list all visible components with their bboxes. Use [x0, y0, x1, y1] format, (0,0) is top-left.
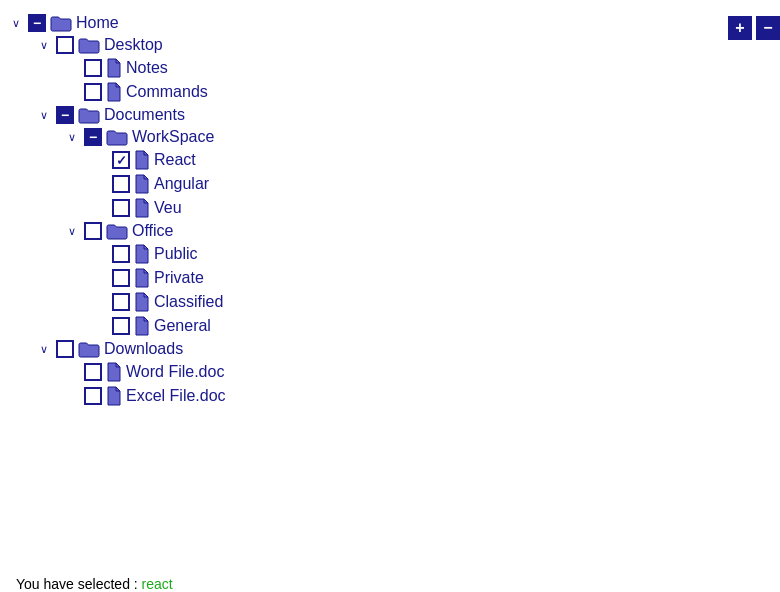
checkbox[interactable] — [84, 363, 102, 381]
node-row[interactable]: ∨ Documents — [36, 104, 780, 126]
status-value: react — [142, 576, 173, 592]
children-container: React Angular Veu — [64, 148, 780, 220]
checkbox[interactable] — [112, 317, 130, 335]
checkbox[interactable] — [84, 83, 102, 101]
tree-node: ∨ Home∨ Desktop Notes Commands∨ Document… — [8, 12, 780, 408]
checkbox[interactable] — [56, 340, 74, 358]
node-row[interactable]: ∨ WorkSpace — [64, 126, 780, 148]
file-icon — [134, 150, 150, 170]
checkbox[interactable] — [112, 175, 130, 193]
file-tree: ∨ Home∨ Desktop Notes Commands∨ Document… — [8, 8, 780, 412]
tree-node: Veu — [92, 196, 780, 220]
tree-node: Commands — [64, 80, 780, 104]
tree-node: Public — [92, 242, 780, 266]
node-row[interactable]: Veu — [92, 196, 780, 220]
node-label: Public — [154, 245, 198, 263]
file-icon — [134, 268, 150, 288]
checkbox[interactable] — [112, 245, 130, 263]
checkbox[interactable] — [112, 269, 130, 287]
node-row[interactable]: ∨ Downloads — [36, 338, 780, 360]
node-row[interactable]: ∨ Desktop — [36, 34, 780, 56]
folder-icon — [106, 223, 128, 240]
checkbox[interactable] — [84, 128, 102, 146]
file-icon — [134, 174, 150, 194]
node-row[interactable]: ∨ Home — [8, 12, 780, 34]
node-row[interactable]: Private — [92, 266, 780, 290]
chevron-down-icon[interactable]: ∨ — [36, 341, 52, 357]
node-label: Angular — [154, 175, 209, 193]
node-label: Office — [132, 222, 174, 240]
tree-node: Excel File.doc — [64, 384, 780, 408]
file-icon — [106, 386, 122, 406]
node-row[interactable]: React — [92, 148, 780, 172]
node-label: Classified — [154, 293, 223, 311]
tree-node: ∨ Downloads Word File.doc Excel File.doc — [36, 338, 780, 408]
node-row[interactable]: Public — [92, 242, 780, 266]
folder-icon — [78, 37, 100, 54]
file-icon — [134, 244, 150, 264]
node-label: React — [154, 151, 196, 169]
chevron-down-icon[interactable]: ∨ — [8, 15, 24, 31]
children-container: Notes Commands — [36, 56, 780, 104]
children-container: Word File.doc Excel File.doc — [36, 360, 780, 408]
tree-node: ∨ Desktop Notes Commands — [36, 34, 780, 104]
node-label: Desktop — [104, 36, 163, 54]
file-icon — [106, 82, 122, 102]
page-wrapper: + − ∨ Home∨ Desktop Notes Commands∨ Docu… — [8, 8, 780, 592]
tree-node: ∨ Office Public Private Classified Gener… — [64, 220, 780, 338]
checkbox[interactable] — [28, 14, 46, 32]
node-label: WorkSpace — [132, 128, 214, 146]
tree-node: Word File.doc — [64, 360, 780, 384]
checkbox[interactable] — [112, 293, 130, 311]
children-container: ∨ Desktop Notes Commands∨ Documents∨ Wor… — [8, 34, 780, 408]
file-icon — [134, 292, 150, 312]
node-row[interactable]: Commands — [64, 80, 780, 104]
file-icon — [134, 198, 150, 218]
tree-node: Private — [92, 266, 780, 290]
node-label: Veu — [154, 199, 182, 217]
chevron-down-icon[interactable]: ∨ — [36, 37, 52, 53]
checkbox[interactable] — [56, 106, 74, 124]
node-row[interactable]: General — [92, 314, 780, 338]
folder-icon — [78, 107, 100, 124]
node-row[interactable]: Word File.doc — [64, 360, 780, 384]
tree-node: React — [92, 148, 780, 172]
chevron-down-icon[interactable]: ∨ — [36, 107, 52, 123]
file-icon — [134, 316, 150, 336]
children-container: ∨ WorkSpace React Angular Veu∨ Office Pu… — [36, 126, 780, 338]
tree-node: Classified — [92, 290, 780, 314]
node-row[interactable]: ∨ Office — [64, 220, 780, 242]
tree-node: Notes — [64, 56, 780, 80]
chevron-down-icon[interactable]: ∨ — [64, 223, 80, 239]
node-label: Commands — [126, 83, 208, 101]
folder-icon — [50, 15, 72, 32]
tree-node: Angular — [92, 172, 780, 196]
checkbox[interactable] — [112, 151, 130, 169]
checkbox[interactable] — [84, 222, 102, 240]
node-label: Notes — [126, 59, 168, 77]
node-row[interactable]: Classified — [92, 290, 780, 314]
file-icon — [106, 58, 122, 78]
node-row[interactable]: Excel File.doc — [64, 384, 780, 408]
status-middle: ave selected : — [51, 576, 141, 592]
node-label: Documents — [104, 106, 185, 124]
tree-node: ∨ WorkSpace React Angular Veu — [64, 126, 780, 220]
checkbox[interactable] — [112, 199, 130, 217]
node-row[interactable]: Angular — [92, 172, 780, 196]
tree-node: General — [92, 314, 780, 338]
folder-icon — [106, 129, 128, 146]
folder-icon — [78, 341, 100, 358]
chevron-down-icon[interactable]: ∨ — [64, 129, 80, 145]
node-label: General — [154, 317, 211, 335]
checkbox[interactable] — [84, 59, 102, 77]
node-label: Private — [154, 269, 204, 287]
children-container: Public Private Classified General — [64, 242, 780, 338]
node-row[interactable]: Notes — [64, 56, 780, 80]
node-label: Word File.doc — [126, 363, 224, 381]
file-icon — [106, 362, 122, 382]
node-label: Home — [76, 14, 119, 32]
checkbox[interactable] — [56, 36, 74, 54]
checkbox[interactable] — [84, 387, 102, 405]
status-prefix: You h — [16, 576, 51, 592]
node-label: Excel File.doc — [126, 387, 226, 405]
